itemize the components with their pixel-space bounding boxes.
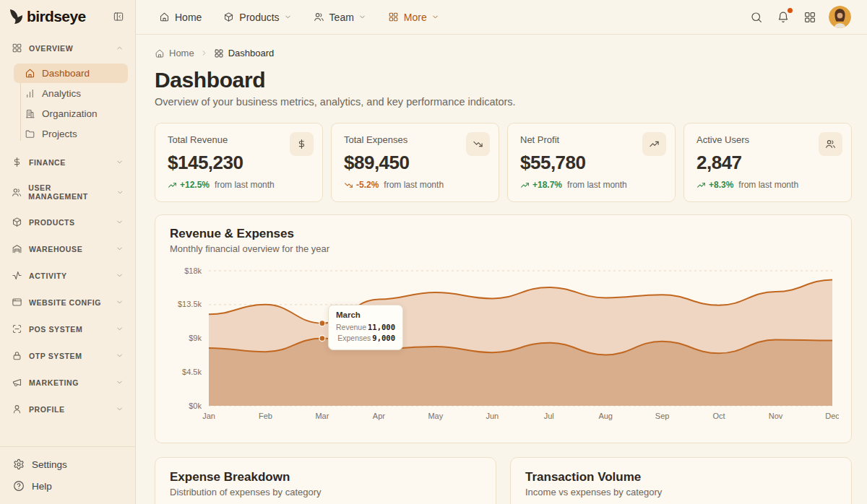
notification-dot xyxy=(788,8,793,13)
sidebar-item-projects[interactable]: Projects xyxy=(14,124,128,144)
sidebar-footer-label: Help xyxy=(32,481,52,492)
svg-text:Mar: Mar xyxy=(315,412,329,420)
topnav-team[interactable]: Team xyxy=(308,7,372,27)
topbar-apps-grid-button[interactable] xyxy=(802,9,818,25)
revenue-expenses-chart[interactable]: $0k$4.5k$9k$13.5k$18kJanFebMarAprMayJunJ… xyxy=(170,260,839,432)
stat-trend: +12.5%from last month xyxy=(168,180,310,190)
stat-label: Total Expenses xyxy=(344,134,486,145)
sidebar-section-marketing[interactable]: MARKETING xyxy=(7,371,128,394)
sidebar-section-label: PRODUCTS xyxy=(29,218,75,227)
user-icon xyxy=(12,404,22,414)
sidebar-item-dashboard[interactable]: Dashboard xyxy=(14,64,128,83)
card-title: Transaction Volume xyxy=(525,470,837,485)
tooltip-value: 9,000 xyxy=(372,333,395,344)
topbar-bell-button[interactable] xyxy=(775,9,791,25)
stats-row: Total Revenue$145,230+12.5%from last mon… xyxy=(155,123,852,202)
stat-label: Total Revenue xyxy=(168,134,310,145)
chevron-down-icon xyxy=(116,245,124,253)
sidebar-section-otp-system[interactable]: OTP SYSTEM xyxy=(7,344,128,367)
trending-up-icon xyxy=(520,181,530,190)
chevron-down-icon xyxy=(116,352,124,360)
tooltip-month: March xyxy=(336,310,395,319)
sidebar-subitems: DashboardAnalyticsOrganizationProjects xyxy=(14,64,128,144)
sidebar-section-label: POS SYSTEM xyxy=(29,325,82,334)
dot-expenses xyxy=(319,336,325,342)
sidebar-section-label: FINANCE xyxy=(29,158,66,167)
warehouse-icon xyxy=(12,243,22,254)
tooltip-row: Expenses 9,000 xyxy=(336,333,395,344)
bar-chart-icon xyxy=(25,88,35,99)
topbar: HomeProductsTeamMore xyxy=(136,0,867,35)
sidebar-section-activity[interactable]: ACTIVITY xyxy=(7,264,128,287)
topnav-home[interactable]: Home xyxy=(153,7,207,27)
users-icon xyxy=(12,187,22,198)
sidebar-nav: OVERVIEWDashboardAnalyticsOrganizationPr… xyxy=(0,31,135,446)
sidebar-item-label: Dashboard xyxy=(42,68,90,79)
trending-up-icon xyxy=(168,181,177,190)
sidebar-item-label: Projects xyxy=(42,129,77,139)
sidebar-section-user-management[interactable]: USER MANAGEMENT xyxy=(7,178,128,207)
stat-value: 2,847 xyxy=(696,152,839,174)
sidebar-section-label: ACTIVITY xyxy=(29,271,67,280)
app-root: birdseye OVERVIEWDashboardAnalyticsOrgan… xyxy=(0,0,867,504)
stat-note: from last month xyxy=(567,180,627,190)
bird-logo-icon xyxy=(7,8,25,25)
topnav-label: Home xyxy=(175,12,202,23)
chart-y-axis-labels: $0k$4.5k$9k$13.5k$18k xyxy=(178,266,202,410)
stat-label: Active Users xyxy=(696,134,839,145)
card-subtitle: Distribution of expenses by category xyxy=(170,487,481,498)
sidebar-footer: SettingsHelp xyxy=(0,446,135,504)
bird-logo-icon xyxy=(7,8,25,25)
dot-revenue xyxy=(319,321,325,326)
user-avatar[interactable] xyxy=(829,6,851,28)
topbar-search-button[interactable] xyxy=(749,9,764,25)
stat-icon-box xyxy=(642,132,666,156)
revenue-expenses-card: Revenue & Expenses Monthly financial ove… xyxy=(155,214,852,443)
chevron-down-icon xyxy=(116,298,124,306)
breadcrumb-separator xyxy=(200,49,208,57)
sidebar-item-organization[interactable]: Organization xyxy=(14,104,128,123)
chevron-down-icon xyxy=(116,405,124,413)
topnav-label: Products xyxy=(239,12,279,23)
stat-icon-box xyxy=(819,132,842,156)
sidebar-footer-help[interactable]: Help xyxy=(7,475,128,497)
breadcrumb-dashboard: Dashboard xyxy=(214,48,275,58)
sidebar-footer-settings[interactable]: Settings xyxy=(7,453,128,475)
svg-text:$0k: $0k xyxy=(189,401,202,410)
sidebar-section-warehouse[interactable]: WAREHOUSE xyxy=(7,238,128,260)
sidebar-section-profile[interactable]: PROFILE xyxy=(7,398,128,420)
breadcrumb-home[interactable]: Home xyxy=(155,48,194,58)
home-icon xyxy=(25,68,35,79)
birdseye-logo: birdseye xyxy=(7,8,86,25)
svg-text:$18k: $18k xyxy=(184,266,202,275)
stat-card-total-revenue: Total Revenue$145,230+12.5%from last mon… xyxy=(155,123,323,202)
brand-name: birdseye xyxy=(27,8,86,25)
sidebar-item-analytics[interactable]: Analytics xyxy=(14,84,128,103)
svg-text:$4.5k: $4.5k xyxy=(182,368,202,376)
dollar-icon xyxy=(12,157,22,168)
sidebar-section-pos-system[interactable]: POS SYSTEM xyxy=(7,318,128,340)
card-title: Expense Breakdown xyxy=(170,470,481,485)
svg-text:Aug: Aug xyxy=(598,412,613,420)
topnav-more[interactable]: More xyxy=(382,7,445,27)
home-icon xyxy=(159,12,170,22)
activity-icon xyxy=(12,270,22,281)
apps-grid-icon xyxy=(803,11,816,24)
breadcrumb-label: Dashboard xyxy=(228,48,275,58)
sidebar-section-finance[interactable]: FINANCE xyxy=(7,151,128,173)
grid-icon xyxy=(388,12,399,22)
chart-area: $0k$4.5k$9k$13.5k$18kJanFebMarAprMayJunJ… xyxy=(170,260,837,432)
svg-text:May: May xyxy=(428,412,443,420)
topnav-products[interactable]: Products xyxy=(217,7,297,27)
sidebar-collapse-button[interactable] xyxy=(111,9,126,24)
sidebar-section-label: WAREHOUSE xyxy=(29,245,82,253)
megaphone-icon xyxy=(12,377,22,388)
sidebar-section-products[interactable]: PRODUCTS xyxy=(7,211,128,233)
gear-icon xyxy=(13,459,25,470)
stat-trend: -5.2%from last month xyxy=(344,180,486,190)
svg-text:Jun: Jun xyxy=(486,412,499,420)
sidebar-section-website-config[interactable]: WEBSITE CONFIG xyxy=(7,291,128,313)
grid-icon xyxy=(12,43,22,53)
breadcrumb: HomeDashboard xyxy=(155,48,852,58)
sidebar-section-overview[interactable]: OVERVIEW xyxy=(7,37,128,59)
